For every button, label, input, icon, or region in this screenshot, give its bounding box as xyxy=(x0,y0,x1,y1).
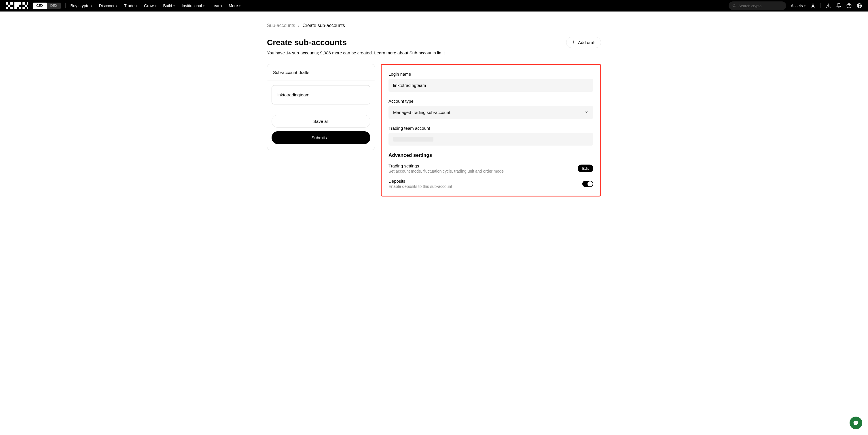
svg-rect-13 xyxy=(27,2,28,5)
redacted-value xyxy=(393,137,433,141)
svg-rect-10 xyxy=(14,7,17,9)
nav-trade[interactable]: Trade▾ xyxy=(124,3,137,8)
nav-learn[interactable]: Learn xyxy=(211,3,222,8)
svg-rect-9 xyxy=(19,2,21,5)
nav-more[interactable]: More▾ xyxy=(229,3,241,8)
trading-team-input[interactable] xyxy=(389,133,593,145)
chevron-down-icon: ▾ xyxy=(239,4,241,7)
advanced-settings-heading: Advanced settings xyxy=(389,153,593,158)
account-type-select[interactable]: Managed trading sub-account xyxy=(389,106,593,119)
svg-rect-5 xyxy=(14,2,17,5)
svg-rect-0 xyxy=(6,2,8,5)
drafts-panel: Sub-account drafts linktotradingteam Sav… xyxy=(267,64,375,150)
chevron-down-icon: ▾ xyxy=(804,4,806,7)
download-icon[interactable] xyxy=(826,3,831,9)
dex-toggle-button[interactable]: DEX xyxy=(47,3,61,9)
main-nav: Buy crypto▾ Discover▾ Trade▾ Grow▾ Build… xyxy=(70,3,241,8)
okx-logo[interactable] xyxy=(6,2,28,9)
deposits-desc: Enable deposits to this sub-account xyxy=(389,184,452,189)
svg-rect-16 xyxy=(27,7,28,9)
divider xyxy=(65,3,66,8)
plus-icon xyxy=(572,40,576,45)
nav-label: Build xyxy=(163,3,172,8)
nav-buy-crypto[interactable]: Buy crypto▾ xyxy=(70,3,92,8)
nav-build[interactable]: Build▾ xyxy=(163,3,175,8)
svg-rect-3 xyxy=(10,2,13,5)
svg-rect-11 xyxy=(19,7,21,9)
svg-point-17 xyxy=(733,4,735,6)
draft-item-label: linktotradingteam xyxy=(276,92,309,97)
subtitle: You have 14 sub-accounts; 9,986 more can… xyxy=(267,51,601,55)
submit-all-button[interactable]: Submit all xyxy=(272,131,370,144)
chevron-right-icon: › xyxy=(298,23,300,28)
add-draft-button[interactable]: Add draft xyxy=(566,37,601,48)
nav-label: Grow xyxy=(144,3,154,8)
trading-settings-row: Trading settings Set account mode, fluct… xyxy=(389,163,593,173)
svg-rect-14 xyxy=(25,5,27,7)
subtitle-text: You have 14 sub-accounts; 9,986 more can… xyxy=(267,51,409,55)
svg-rect-6 xyxy=(17,2,19,5)
chevron-down-icon: ▾ xyxy=(174,4,175,7)
subaccount-form: Login name Account type Managed trading … xyxy=(381,64,601,197)
cex-toggle-button[interactable]: CEX xyxy=(33,3,47,9)
svg-point-19 xyxy=(812,4,814,6)
svg-rect-15 xyxy=(23,7,25,9)
subaccount-limit-link[interactable]: Sub-accounts limit xyxy=(409,51,445,55)
market-toggle: CEX DEX xyxy=(33,3,61,9)
edit-button[interactable]: Edit xyxy=(578,165,593,172)
nav-assets[interactable]: Assets▾ xyxy=(791,3,806,8)
nav-label: Learn xyxy=(211,3,222,8)
nav-label: More xyxy=(229,3,238,8)
deposits-row: Deposits Enable deposits to this sub-acc… xyxy=(389,179,593,189)
trading-settings-title: Trading settings xyxy=(389,163,504,168)
app-header: CEX DEX Buy crypto▾ Discover▾ Trade▾ Gro… xyxy=(0,0,868,11)
chevron-down-icon: ▾ xyxy=(91,4,92,7)
chevron-down-icon: ▾ xyxy=(136,4,137,7)
page-title: Create sub-accounts xyxy=(267,38,347,47)
svg-rect-2 xyxy=(8,5,10,7)
svg-rect-20 xyxy=(826,7,830,8)
help-icon[interactable] xyxy=(846,3,852,9)
add-draft-label: Add draft xyxy=(578,40,595,45)
page-content: Sub-accounts › Create sub-accounts Creat… xyxy=(267,11,601,208)
svg-rect-7 xyxy=(14,5,17,7)
nav-label: Trade xyxy=(124,3,134,8)
trading-settings-desc: Set account mode, fluctuation cycle, tra… xyxy=(389,169,504,173)
search-icon xyxy=(732,3,736,8)
chevron-down-icon: ▾ xyxy=(116,4,117,7)
svg-line-18 xyxy=(735,6,736,7)
globe-icon[interactable] xyxy=(857,3,862,9)
login-name-label: Login name xyxy=(389,72,593,76)
bell-icon[interactable] xyxy=(836,3,841,9)
draft-item[interactable]: linktotradingteam xyxy=(272,85,370,104)
nav-label: Buy crypto xyxy=(70,3,89,8)
nav-institutional[interactable]: Institutional▾ xyxy=(182,3,205,8)
chevron-down-icon: ▾ xyxy=(203,4,205,7)
divider xyxy=(820,3,821,8)
profile-icon[interactable] xyxy=(810,3,816,9)
nav-label: Assets xyxy=(791,3,803,8)
search-box[interactable] xyxy=(728,1,786,10)
breadcrumb-current: Create sub-accounts xyxy=(302,23,345,28)
deposits-title: Deposits xyxy=(389,179,452,183)
login-name-input[interactable] xyxy=(389,79,593,92)
toggle-knob xyxy=(588,181,593,187)
nav-label: Discover xyxy=(99,3,115,8)
account-type-label: Account type xyxy=(389,99,593,104)
nav-discover[interactable]: Discover▾ xyxy=(99,3,117,8)
nav-label: Institutional xyxy=(182,3,202,8)
nav-grow[interactable]: Grow▾ xyxy=(144,3,156,8)
trading-team-label: Trading team account xyxy=(389,126,593,131)
search-input[interactable] xyxy=(738,4,783,8)
svg-rect-4 xyxy=(10,7,13,9)
svg-rect-1 xyxy=(6,7,8,9)
svg-rect-8 xyxy=(17,5,19,7)
header-icons xyxy=(810,3,862,9)
svg-rect-12 xyxy=(23,2,25,5)
drafts-heading: Sub-account drafts xyxy=(267,64,375,81)
deposits-toggle[interactable] xyxy=(582,181,593,187)
breadcrumb: Sub-accounts › Create sub-accounts xyxy=(267,23,601,28)
save-all-button[interactable]: Save all xyxy=(272,115,370,128)
chevron-down-icon: ▾ xyxy=(155,4,156,7)
breadcrumb-parent[interactable]: Sub-accounts xyxy=(267,23,295,28)
